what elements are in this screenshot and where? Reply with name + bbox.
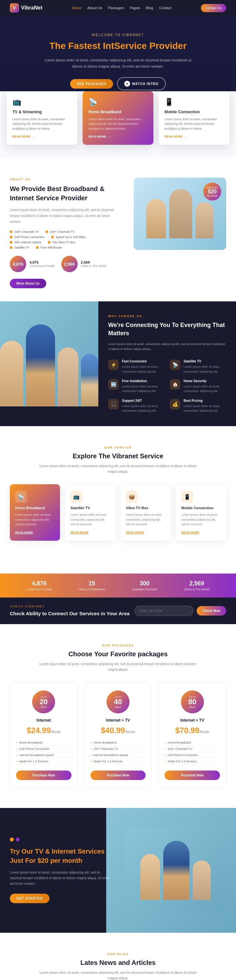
scard-title: TV & Streaming <box>13 110 71 114</box>
logo-icon: V <box>10 3 19 13</box>
why-item-title: Fast Connected <box>122 360 165 363</box>
about-image: Start From $20 Per Month <box>134 178 226 250</box>
promo-dots <box>10 837 111 842</box>
why-desc: Lorem ipsum dolor sit amet, consectetur … <box>108 342 226 352</box>
nav-contact-button[interactable]: Contact Us <box>201 4 226 12</box>
nav-packages[interactable]: Packages <box>108 6 124 10</box>
check-now-button[interactable]: Check Now <box>197 606 226 616</box>
about-right: Start From $20 Per Month <box>134 178 226 288</box>
package-internet-tv-80: Up to 80 Mbps Internet + TV $70.99/Month… <box>158 682 226 788</box>
pkg-name: Internet <box>16 718 71 722</box>
pkg-price: $24.99/Month <box>16 726 71 735</box>
explore-card-1: 📺 Satellite TV Lorem ipsum dolor sit ame… <box>65 484 116 540</box>
scard-link[interactable]: READ MORE <box>13 135 71 138</box>
broadband-icon: 📡 <box>89 98 147 107</box>
scard-desc: Lorem ipsum dolor sit amet, consectetur … <box>13 117 71 131</box>
scard-link[interactable]: READ MORE <box>89 135 147 138</box>
pkg-badge-1: Up to 40 Mbps <box>106 690 130 713</box>
about-desc: Lorem ipsum dolor sit amet, consectetur … <box>10 207 120 225</box>
brand-name: VibraNet <box>21 5 43 11</box>
service-cards: 📺 TV & Streaming Lorem ipsum dolor sit a… <box>0 91 236 145</box>
pkg-features: Home Broadband Cell Phone Connection Int… <box>16 740 71 765</box>
why-heading: We're Connecting You To Everything That … <box>108 321 226 337</box>
blog-heading: Lates News and Articles <box>10 959 226 967</box>
packages-desc: Lorem ipsum dolor sit amet, consectetur … <box>40 661 197 672</box>
feat-dot <box>36 246 39 249</box>
promo-dot-orange <box>10 837 14 842</box>
purchase-button-2[interactable]: Purchase Now <box>165 770 220 780</box>
nav-pages[interactable]: Pages <box>130 6 140 10</box>
ecard-link[interactable]: READ MORE <box>15 531 55 534</box>
tv-icon: 📺 <box>13 98 71 107</box>
why-item-title: Free Installation <box>122 379 165 383</box>
stat-circle-1: 4,876 <box>10 256 26 272</box>
purchase-button-1[interactable]: Purchase Now <box>90 770 146 780</box>
scard-link[interactable]: READ MORE <box>165 135 223 138</box>
why-item-desc: Lorem ipsum dolor sit amet, consectetur … <box>184 384 226 394</box>
ecard-title: Mobile Connection <box>181 506 221 510</box>
about-more-button[interactable]: More About Us <box>10 279 46 288</box>
ecard-link[interactable]: READ MORE <box>126 531 166 534</box>
pkg-feature: Cell Phone Connection <box>16 746 71 752</box>
why-item-0: ⚡ Fast Connected Lorem ipsum dolor sit a… <box>108 360 165 374</box>
why-item-title: Best Pricing <box>184 399 226 402</box>
stats-bar: 4,876 Customers Provide 15 Years of Expe… <box>0 574 236 598</box>
hero-buttons: See Packages Watch Intro <box>70 77 166 90</box>
ecard-link[interactable]: READ MORE <box>70 531 110 534</box>
hero-desc: Lorem ipsum dolor sit amet, consectetur … <box>40 57 197 69</box>
hero-packages-button[interactable]: See Packages <box>70 79 113 89</box>
ecard-title: Satellite TV <box>70 506 110 510</box>
explore-satellite-icon: 📺 <box>70 491 82 503</box>
ecard-link[interactable]: READ MORE <box>181 531 221 534</box>
satellite-tv-icon: 📡 <box>170 360 180 370</box>
blog-section: Our Blog Lates News and Articles Lorem i… <box>0 933 236 980</box>
why-item-2: 🆓 Free Installation Lorem ipsum dolor si… <box>108 379 165 394</box>
about-features: 100+ Channels TV 150+ Channels TV Cell P… <box>10 230 120 249</box>
nav-contact[interactable]: Contact <box>159 6 171 10</box>
nav-about[interactable]: About Us <box>87 6 102 10</box>
blog-desc: Lorem ipsum dolor sit amet, consectetur … <box>40 970 197 980</box>
scard-desc: Lorem ipsum dolor sit amet, consectetur … <box>165 117 223 131</box>
about-left: About Us We Provide Best Broadband & Int… <box>10 178 120 288</box>
ecard-title: Vibra TV Box <box>126 506 166 510</box>
pkg-feature: Home Broadband <box>16 740 71 746</box>
navbar: V VibraNet Home About Us Packages Pages … <box>0 0 236 16</box>
pkg-badge-2: Up to 80 Mbps <box>181 690 204 713</box>
why-item-5: 💰 Best Pricing Lorem ipsum dolor sit ame… <box>170 399 226 413</box>
purchase-button-0[interactable]: Purchase Now <box>16 770 71 780</box>
why-image <box>0 301 98 426</box>
why-item-desc: Lorem ipsum dolor sit amet, consectetur … <box>122 364 165 374</box>
pricing-icon: 💰 <box>170 399 180 409</box>
pkg-feature: Home Broadband <box>165 740 220 746</box>
hero-watch-button[interactable]: Watch Intro <box>117 77 166 90</box>
stat-circle-2: 2,569 <box>61 256 78 272</box>
nav-home[interactable]: Home <box>72 6 81 10</box>
explore-broadband-icon: 📡 <box>15 491 27 503</box>
pkg-feature: Internet Broadband Speed <box>90 752 146 758</box>
stat-channels: 300 Available Channels <box>132 580 157 591</box>
service-card-tv: 📺 TV & Streaming Lorem ipsum dolor sit a… <box>6 91 78 145</box>
explore-card-0: 📡 Home Broadband Lorem ipsum dolor sit a… <box>10 484 60 540</box>
explore-tag: Our Service <box>10 446 226 449</box>
ecard-desc: Lorem ipsum dolor sit amet, consectetur … <box>15 512 55 527</box>
explore-tvbox-icon: 📦 <box>126 491 138 503</box>
nav-links: Home About Us Packages Pages Blog Contac… <box>72 6 171 10</box>
pkg-feature: Cell Phone Connection <box>165 752 220 758</box>
promo-section: Try Our TV & Internet Services Just For … <box>0 808 236 933</box>
pkg-price: $40.99/Month <box>90 726 146 735</box>
promo-getstarted-button[interactable]: Get Started <box>10 894 49 903</box>
zip-code-input[interactable] <box>135 606 193 616</box>
packages-section: Our Packages Choose Your Favorite packag… <box>0 624 236 808</box>
promo-left: Try Our TV & Internet Services Just For … <box>10 837 111 903</box>
pkg-name: Internet + TV <box>90 718 146 722</box>
pkg-feature: Made For 1-4 Devices <box>90 758 146 765</box>
pkg-feature: Made For 1-3 Devices <box>16 758 71 765</box>
stat-customers: 4,876 Customers Provide <box>27 580 52 591</box>
feat-dot <box>46 231 48 233</box>
why-item-title: Support 24/7 <box>122 399 165 402</box>
feat-dot <box>51 236 54 239</box>
pkg-feature: Internet Broadband Speed <box>16 752 71 758</box>
pkg-feature: 150+ Channels TV <box>90 746 146 752</box>
nav-blog[interactable]: Blog <box>146 6 153 10</box>
why-item-desc: Lorem ipsum dolor sit amet, consectetur … <box>122 384 165 394</box>
